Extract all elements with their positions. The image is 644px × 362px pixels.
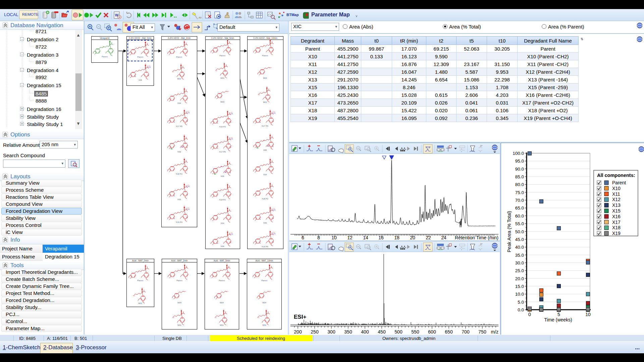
svg-text:NH: NH [184, 291, 186, 292]
svg-text:o: o [227, 173, 228, 174]
svg-text:N: N [177, 212, 178, 213]
svg-text:0: 0 [528, 312, 531, 317]
svg-text:14: 14 [363, 235, 368, 240]
svg-text:o: o [170, 122, 171, 123]
svg-text:+[O]: +[O] [230, 232, 232, 234]
svg-text:5.0: 5.0 [518, 300, 524, 305]
svg-text:o: o [223, 322, 224, 324]
svg-text:+[OH]: +[OH] [272, 210, 275, 211]
svg-text:o: o [227, 243, 228, 245]
svg-text:25.0: 25.0 [515, 268, 524, 273]
svg-text:o: o [267, 99, 268, 101]
svg-text:o: o [184, 196, 185, 197]
svg-text:250: 250 [311, 329, 319, 335]
svg-text:o: o [170, 195, 171, 197]
svg-text:NH: NH [172, 317, 174, 318]
svg-text:N: N [220, 269, 221, 271]
svg-text:o: o [270, 243, 271, 245]
svg-text:N: N [145, 264, 146, 265]
svg-text:N: N [269, 263, 270, 265]
svg-text:+[OH]: +[OH] [272, 113, 275, 114]
svg-text:All components:: All components: [597, 173, 635, 178]
svg-text:o: o [170, 218, 171, 220]
svg-text:o: o [259, 297, 260, 299]
svg-text:o: o [217, 297, 218, 299]
svg-text:N: N [184, 87, 185, 88]
svg-text:N: N [263, 212, 264, 214]
svg-text:o: o [170, 53, 171, 55]
svg-text:500: 500 [394, 329, 402, 335]
svg-text:o: o [131, 53, 132, 55]
svg-text:X11: X11 [612, 191, 620, 197]
svg-text:Time (weeks): Time (weeks) [544, 317, 572, 322]
svg-text:o: o [145, 277, 146, 279]
svg-text:N: N [227, 39, 228, 40]
svg-text:o: o [227, 52, 228, 54]
svg-text:o: o [213, 148, 214, 149]
svg-text:40.0: 40.0 [515, 245, 524, 250]
svg-text:N: N [220, 189, 221, 191]
svg-text:o: o [270, 122, 271, 124]
svg-text:+[OH]: +[OH] [230, 234, 233, 235]
svg-text:70.0: 70.0 [515, 198, 524, 203]
svg-text:NH: NH [269, 291, 271, 292]
svg-text:300: 300 [327, 329, 335, 335]
svg-text:o: o [227, 148, 228, 150]
svg-text:o: o [184, 53, 185, 55]
svg-text:ESI+: ESI+ [294, 314, 306, 320]
svg-text:o: o [270, 52, 271, 54]
svg-text:18: 18 [394, 235, 399, 240]
svg-text:N: N [184, 263, 185, 265]
svg-text:NH: NH [133, 295, 135, 297]
svg-text:m/z: m/z [491, 329, 498, 335]
svg-text:o: o [131, 76, 132, 78]
svg-text:N: N [184, 183, 185, 184]
svg-text:+[OH]: +[OH] [230, 139, 233, 140]
svg-text:X13: X13 [612, 202, 621, 208]
svg-text:o: o [213, 172, 214, 174]
svg-text:+[O]: +[O] [187, 111, 189, 112]
svg-text:o: o [269, 277, 270, 278]
svg-text:o: o [256, 195, 257, 196]
svg-text:o: o [170, 170, 171, 172]
svg-text:N: N [263, 188, 264, 190]
svg-text:N: N [227, 183, 228, 184]
svg-text:o: o [217, 97, 218, 99]
svg-text:Peak Area (% Total): Peak Area (% Total) [506, 211, 512, 252]
svg-text:24: 24 [441, 235, 446, 240]
svg-text:NH: NH [227, 90, 229, 92]
svg-text:N: N [184, 205, 185, 207]
svg-text:N: N [138, 270, 139, 272]
svg-text:o: o [212, 276, 213, 278]
svg-text:N: N [184, 109, 185, 110]
svg-text:o: o [256, 146, 257, 148]
svg-text:700: 700 [462, 329, 470, 335]
svg-text:80.0: 80.0 [515, 182, 524, 187]
svg-text:N: N [220, 141, 221, 143]
svg-text:N: N [220, 213, 221, 214]
svg-text:20.0: 20.0 [515, 276, 524, 281]
svg-text:o: o [184, 147, 185, 149]
svg-text:N: N [226, 263, 227, 265]
svg-text:85.0: 85.0 [515, 174, 524, 179]
svg-text:+[O]: +[O] [230, 137, 232, 138]
svg-text:+[O]: +[O] [273, 208, 275, 209]
svg-text:X17: X17 [612, 220, 621, 225]
svg-text:+[O]: +[O] [148, 65, 150, 67]
svg-text:N: N [224, 62, 225, 63]
svg-text:N: N [177, 93, 178, 95]
svg-text:+[OH]: +[OH] [148, 67, 151, 68]
svg-text:N: N [103, 46, 104, 48]
svg-text:N: N [270, 39, 271, 40]
svg-text:90.0: 90.0 [515, 167, 524, 172]
svg-text:N: N [145, 41, 146, 42]
svg-text:350: 350 [344, 329, 352, 335]
svg-text:o: o [145, 76, 146, 78]
svg-text:o: o [270, 171, 271, 173]
svg-text:N: N [270, 206, 271, 207]
svg-text:N: N [180, 63, 181, 65]
svg-text:75.0: 75.0 [515, 190, 524, 195]
svg-text:o: o [170, 100, 171, 102]
svg-text:0.0: 0.0 [518, 307, 524, 312]
svg-text:+[O]: +[O] [187, 207, 189, 209]
